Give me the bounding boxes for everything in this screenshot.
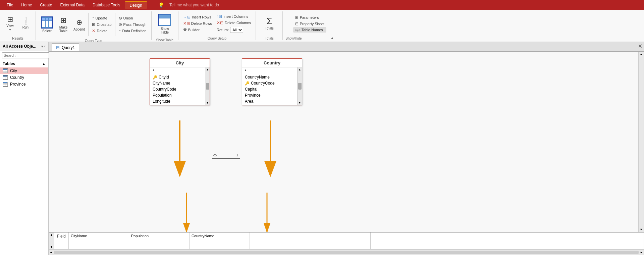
capital-label: Capital (245, 87, 257, 92)
show-table-label: ShowTable (161, 27, 169, 34)
city-field-countrycode[interactable]: CountryCode (150, 86, 205, 92)
show-table-icon (158, 14, 171, 26)
country-field-capital[interactable]: Capital (242, 86, 297, 92)
insert-columns-button[interactable]: ↑⊟ Insert Columns (215, 13, 253, 19)
builder-button[interactable]: ⚒ Builder (181, 27, 214, 33)
grid-vscroll-down[interactable]: ▼ (50, 245, 53, 249)
table-names-icon: xyz (295, 28, 300, 32)
crosstab-button[interactable]: ⊞ Crosstab (90, 21, 113, 28)
menu-file[interactable]: File (3, 1, 16, 9)
pass-through-button[interactable]: ⊙ Pass-Through (117, 21, 149, 28)
grid-cell-6[interactable] (371, 233, 431, 249)
city-table-icon (3, 68, 8, 73)
grid-cell-5[interactable] (310, 233, 371, 249)
delete-button[interactable]: ✕ Delete (90, 28, 113, 34)
close-query-button[interactable]: ✕ (638, 43, 642, 49)
h-scrollbar[interactable]: ◄ ► (49, 249, 644, 255)
view-button[interactable]: ⊞ View ▼ (3, 14, 17, 33)
country-table-scrollbar[interactable]: ▲ ▼ (297, 67, 302, 105)
tables-collapse-icon[interactable]: ▲ (42, 62, 46, 66)
city-field-star[interactable]: * (150, 68, 205, 74)
property-sheet-button[interactable]: ⊟ Property Sheet (293, 21, 326, 27)
country-table-box: Country * CountryName 🔑 CountryCode (242, 58, 302, 105)
return-select[interactable]: All (230, 27, 243, 33)
delete-icon: ✕ (92, 29, 95, 33)
totals-buttons: Σ Totals (262, 11, 276, 35)
city-table-body[interactable]: * 🔑 CityId CityName CountryCode (150, 67, 205, 105)
grid-cell-1[interactable]: CityName (69, 233, 129, 249)
sidebar-search-input[interactable] (2, 52, 52, 58)
city-scroll-up[interactable]: ▲ (206, 68, 209, 71)
grid-cell-4[interactable] (250, 233, 310, 249)
table-names-button[interactable]: xyz Table Names (293, 27, 326, 33)
city-table-scrollbar[interactable]: ▲ ▼ (205, 67, 210, 105)
crosstab-label: Crosstab (97, 22, 111, 27)
hscroll-right-btn[interactable]: ► (640, 251, 643, 254)
longitude-label: Longitude (153, 99, 170, 104)
vscroll-down-btn[interactable]: ▼ (640, 228, 643, 231)
query1-tab[interactable]: ⊟ Query1 (52, 43, 79, 51)
tables-label: Tables (3, 61, 15, 66)
tell-me-input[interactable] (169, 3, 270, 7)
run-button[interactable]: ❕ Run (18, 16, 33, 31)
city-field-longitude[interactable]: Longitude (150, 98, 205, 104)
select-button[interactable]: Select (39, 15, 55, 34)
grid-cell-3[interactable]: CountryName (190, 233, 250, 249)
country-scroll-up[interactable]: ▲ (299, 68, 301, 71)
show-table-button[interactable]: ShowTable (156, 13, 173, 36)
city-field-cityname[interactable]: CityName (150, 80, 205, 86)
run-label: Run (22, 26, 29, 29)
country-table-body[interactable]: * CountryName 🔑 CountryCode Capital (242, 67, 297, 105)
sidebar-item-province[interactable]: Province (0, 81, 48, 88)
vscroll-up-btn[interactable]: ▲ (640, 52, 643, 56)
make-table-button[interactable]: ⊞ MakeTable (56, 15, 71, 34)
delete-label: Delete (97, 29, 107, 33)
pass-through-icon: ⊙ (119, 22, 122, 27)
collapse-icon[interactable]: ▲ (330, 36, 334, 40)
menu-database-tools[interactable]: Database Tools (89, 1, 124, 9)
hscroll-left-btn[interactable]: ◄ (50, 251, 53, 254)
country-field-countryname[interactable]: CountryName (242, 74, 297, 80)
update-button[interactable]: ↑ Update (90, 15, 113, 21)
totals-button[interactable]: Σ Totals (262, 15, 276, 32)
totals-label: Totals (265, 27, 274, 30)
menu-design[interactable]: Design (125, 1, 147, 9)
data-definition-button[interactable]: ~ Data Definition (117, 28, 149, 34)
ribbon-group-totals: Σ Totals Totals (256, 11, 283, 40)
parameters-button[interactable]: ⊞ Parameters (293, 14, 326, 20)
country-scroll-thumb[interactable] (298, 83, 302, 90)
delete-rows-button[interactable]: ✕⊟ Delete Rows (181, 20, 214, 27)
hscroll-thumb[interactable] (54, 251, 639, 254)
sidebar-item-city[interactable]: City (0, 67, 48, 74)
design-area-vscrollbar[interactable]: ▲ ▼ (638, 52, 644, 232)
grid-left-scrollbar[interactable]: ▲ ▼ (49, 233, 54, 249)
append-button[interactable]: ⊕ Append (71, 17, 87, 33)
ribbon-group-showtable: ShowTable Show Table (152, 11, 178, 40)
country-scroll-down[interactable]: ▼ (299, 101, 301, 104)
update-label: Update (95, 16, 107, 20)
country-countrycode-label: CountryCode (251, 81, 275, 86)
builder-label: Builder (188, 28, 200, 32)
insert-rows-button[interactable]: →⊟ Insert Rows (181, 14, 214, 20)
city-scroll-thumb[interactable] (206, 83, 209, 90)
querytype-col: ↑ Update ⊞ Crosstab ✕ Delete (90, 15, 113, 34)
union-button[interactable]: ⊙ Union (117, 15, 149, 21)
country-field-star[interactable]: * (242, 68, 297, 74)
grid-vscroll-up[interactable]: ▲ (50, 233, 53, 237)
make-table-label: MakeTable (59, 26, 67, 33)
delete-columns-button[interactable]: ✕⊟ Delete Columns (215, 20, 253, 26)
menu-home[interactable]: Home (18, 1, 35, 9)
totals-group-label: Totals (265, 35, 274, 40)
city-field-population[interactable]: Population (150, 92, 205, 98)
menu-create[interactable]: Create (37, 1, 55, 9)
country-field-countrycode[interactable]: 🔑 CountryCode (242, 80, 297, 86)
results-buttons: ⊞ View ▼ ❕ Run (3, 11, 33, 35)
country-field-province[interactable]: Province (242, 92, 297, 98)
country-field-area[interactable]: Area (242, 98, 297, 104)
city-scroll-down[interactable]: ▼ (206, 101, 209, 104)
city-field-cityid[interactable]: 🔑 CityId (150, 74, 205, 80)
grid-cell-2[interactable]: Population (129, 233, 190, 249)
collapse-sidebar-button[interactable]: ▾ « (41, 45, 46, 48)
sidebar-item-country[interactable]: Country (0, 74, 48, 81)
menu-external-data[interactable]: External Data (57, 1, 88, 9)
